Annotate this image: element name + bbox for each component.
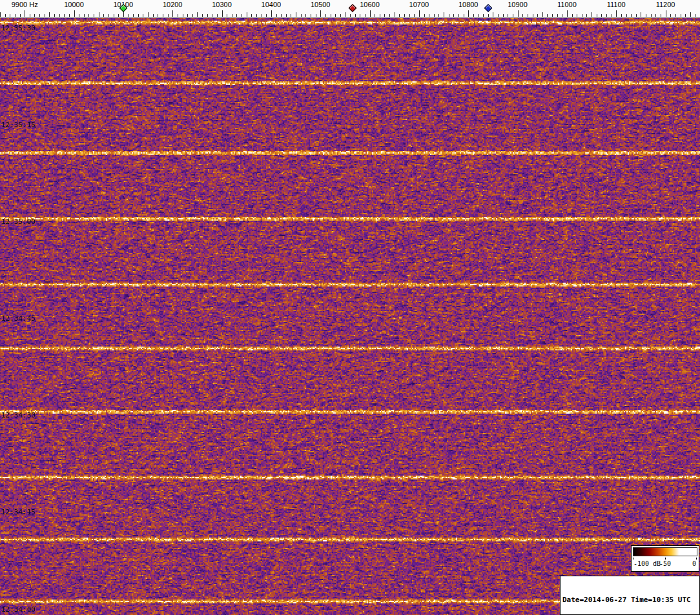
ruler-minor-tick	[129, 14, 129, 17]
ruler-minor-tick	[360, 14, 360, 17]
time-label: 12:34:45	[1, 314, 36, 323]
ruler-minor-tick	[528, 14, 528, 17]
time-label: 12:34:15	[1, 508, 36, 516]
ruler-minor-tick	[670, 14, 671, 17]
freq-tick-label: 10400	[262, 1, 282, 8]
ruler-minor-tick	[158, 14, 158, 17]
db-colorbar: -100 dB -50 0	[631, 545, 699, 572]
ruler-minor-tick	[236, 14, 237, 17]
ruler-minor-tick	[54, 14, 55, 17]
ruler-minor-tick	[187, 14, 188, 17]
ruler-minor-tick	[424, 14, 425, 17]
ruler-minor-tick	[79, 14, 79, 17]
ruler-minor-tick	[646, 14, 646, 17]
ruler-minor-tick	[335, 14, 336, 17]
blue-marker-diamond[interactable]	[484, 4, 492, 12]
ruler-minor-tick	[10, 14, 10, 17]
freq-tick-label: 10800	[458, 1, 479, 8]
ruler-minor-tick	[276, 14, 277, 17]
time-label: 12:35:15	[1, 121, 36, 129]
ruler-minor-tick	[20, 14, 21, 17]
colorbar-tick	[696, 558, 697, 560]
ruler-major-tick	[25, 10, 25, 17]
ruler-minor-tick	[266, 14, 267, 17]
ruler-minor-tick	[695, 14, 695, 17]
colorbar-gradient	[633, 547, 697, 556]
ruler-minor-tick	[685, 14, 686, 17]
ruler-minor-tick	[94, 14, 94, 17]
ruler-minor-tick	[522, 14, 523, 17]
ruler-minor-tick	[586, 14, 587, 17]
ruler-minor-tick	[562, 14, 562, 17]
ruler-minor-tick	[311, 14, 311, 17]
colorbar-tick	[665, 558, 666, 560]
spectrogram-waterfall[interactable]	[0, 18, 700, 615]
spectrogram-app: 9900 Hz100001010010200103001040010500106…	[0, 0, 700, 615]
ruler-minor-tick	[375, 14, 375, 17]
ruler-minor-tick	[212, 14, 212, 17]
ruler-minor-tick	[533, 14, 533, 17]
freq-tick-label: 9900 Hz	[12, 1, 38, 8]
ruler-minor-tick	[281, 14, 282, 17]
ruler-minor-tick	[444, 12, 444, 17]
ruler-minor-tick	[453, 14, 454, 17]
time-label: 12:35:30	[1, 24, 36, 32]
ruler-minor-tick	[681, 14, 681, 17]
ruler-minor-tick	[286, 14, 287, 17]
red-marker-diamond[interactable]	[348, 4, 356, 12]
ruler-minor-tick	[202, 14, 203, 17]
ruler-minor-tick	[626, 14, 627, 17]
colorbar-tick	[633, 558, 634, 560]
ruler-minor-tick	[262, 14, 262, 17]
ruler-minor-tick	[305, 14, 306, 17]
ruler-minor-tick	[256, 14, 257, 17]
ruler-minor-tick	[178, 14, 178, 17]
ruler-minor-tick	[355, 14, 356, 17]
ruler-major-tick	[518, 10, 519, 17]
ruler-minor-tick	[197, 12, 198, 17]
ruler-minor-tick	[612, 14, 612, 17]
ruler-minor-tick	[345, 12, 345, 17]
ruler-minor-tick	[365, 14, 365, 17]
colorbar-label-min: -100 dB	[633, 560, 661, 567]
ruler-minor-tick	[34, 14, 35, 17]
ruler-minor-tick	[84, 14, 85, 17]
ruler-minor-tick	[301, 14, 302, 17]
ruler-minor-tick	[227, 14, 227, 17]
ruler-minor-tick	[30, 14, 30, 17]
freq-tick-label: 10200	[163, 1, 183, 8]
time-label: 12:34:00	[1, 605, 36, 614]
ruler-major-tick	[666, 10, 666, 17]
ruler-minor-tick	[592, 12, 592, 17]
ruler-minor-tick	[133, 14, 134, 17]
freq-tick-label: 10700	[409, 1, 429, 8]
ruler-major-tick	[320, 10, 321, 17]
colorbar-label-mid: -50	[659, 560, 671, 567]
ruler-minor-tick	[143, 14, 143, 17]
freq-tick-label: 10300	[212, 1, 232, 8]
ruler-minor-tick	[498, 14, 499, 17]
ruler-major-tick	[468, 10, 469, 17]
time-label: 12:34:30	[1, 411, 36, 419]
ruler-minor-tick	[449, 14, 449, 17]
freq-tick-label: 11100	[607, 1, 626, 8]
ruler-minor-tick	[577, 14, 577, 17]
ruler-minor-tick	[108, 14, 109, 17]
ruler-minor-tick	[597, 14, 597, 17]
ruler-minor-tick	[291, 14, 291, 17]
ruler-minor-tick	[247, 12, 247, 17]
ruler-minor-tick	[168, 14, 169, 17]
frequency-ruler[interactable]: 9900 Hz100001010010200103001040010500106…	[0, 0, 700, 18]
ruler-minor-tick	[404, 14, 405, 17]
ruler-minor-tick	[690, 12, 691, 17]
ruler-minor-tick	[15, 14, 15, 17]
ruler-minor-tick	[384, 14, 385, 17]
ruler-minor-tick	[434, 14, 435, 17]
ruler-minor-tick	[88, 14, 89, 17]
ruler-minor-tick	[64, 14, 65, 17]
ruler-minor-tick	[606, 14, 607, 17]
ruler-minor-tick	[508, 14, 508, 17]
freq-tick-label: 10000	[64, 1, 84, 8]
ruler-minor-tick	[493, 12, 493, 17]
ruler-minor-tick	[621, 14, 622, 17]
